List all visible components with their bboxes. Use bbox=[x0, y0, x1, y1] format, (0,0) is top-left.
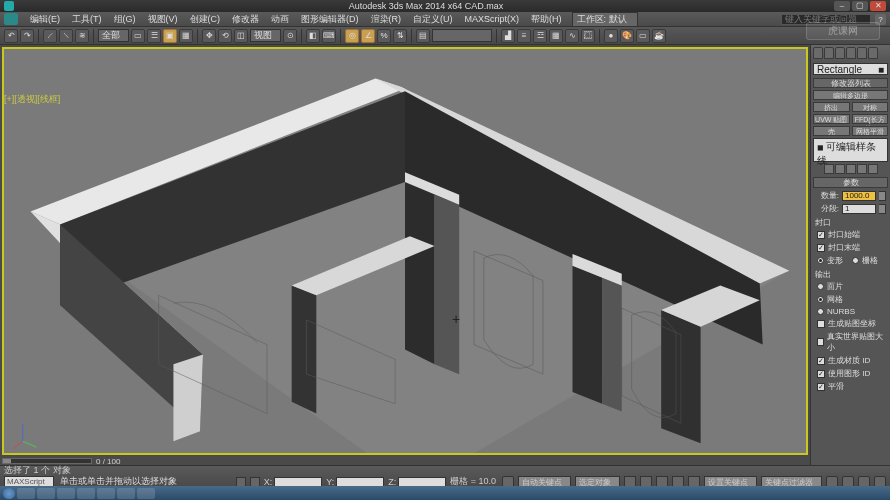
morph-radio[interactable] bbox=[817, 257, 824, 264]
taskbar-app-1[interactable] bbox=[57, 488, 75, 499]
window-crossing-button[interactable]: ▦ bbox=[179, 29, 193, 43]
make-unique-button[interactable] bbox=[846, 164, 856, 174]
gen-matid-checkbox[interactable]: ✓ bbox=[817, 357, 825, 365]
menu-rendering[interactable]: 渲染(R) bbox=[365, 13, 408, 26]
menu-help[interactable]: 帮助(H) bbox=[525, 13, 568, 26]
object-name-field[interactable]: Rectangle■ bbox=[813, 63, 888, 75]
menu-create[interactable]: 创建(C) bbox=[184, 13, 227, 26]
align-button[interactable]: ≡ bbox=[517, 29, 531, 43]
mod-btn-shell[interactable]: 壳 bbox=[813, 126, 850, 136]
mirror-button[interactable]: ▟ bbox=[501, 29, 515, 43]
rendered-frame-button[interactable]: ▭ bbox=[636, 29, 650, 43]
minimize-button[interactable]: – bbox=[834, 1, 850, 11]
absolute-relative-button[interactable] bbox=[250, 477, 260, 487]
output-mesh-radio[interactable] bbox=[817, 296, 824, 303]
help-search-input[interactable] bbox=[781, 14, 871, 25]
spinner-snap-button[interactable]: ⇅ bbox=[393, 29, 407, 43]
hierarchy-tab[interactable] bbox=[835, 47, 845, 59]
snap-toggle-button[interactable]: ◎ bbox=[345, 29, 359, 43]
mod-btn-uvw[interactable]: UVW 贴图 bbox=[813, 114, 850, 124]
material-editor-button[interactable]: ● bbox=[604, 29, 618, 43]
amount-spinner[interactable]: 1000.0 bbox=[842, 191, 876, 201]
menu-group[interactable]: 组(G) bbox=[108, 13, 142, 26]
amount-spin-buttons[interactable] bbox=[879, 191, 886, 201]
menu-graph-editors[interactable]: 图形编辑器(D) bbox=[295, 13, 365, 26]
cap-start-checkbox[interactable]: ✓ bbox=[817, 231, 825, 239]
graphite-ribbon-button[interactable]: ▦ bbox=[549, 29, 563, 43]
display-tab[interactable] bbox=[857, 47, 867, 59]
use-pivot-center-button[interactable]: ⊙ bbox=[283, 29, 297, 43]
percent-snap-button[interactable]: % bbox=[377, 29, 391, 43]
start-button[interactable] bbox=[3, 488, 15, 499]
remove-modifier-button[interactable] bbox=[857, 164, 867, 174]
reference-coord-system[interactable]: 视图 bbox=[250, 29, 281, 42]
unlink-button[interactable]: ⟍ bbox=[59, 29, 73, 43]
segments-spin-buttons[interactable] bbox=[879, 204, 886, 214]
taskbar-folder[interactable] bbox=[37, 488, 55, 499]
select-and-scale-button[interactable]: ◫ bbox=[234, 29, 248, 43]
configure-sets-button[interactable] bbox=[868, 164, 878, 174]
layer-manager-button[interactable]: ☲ bbox=[533, 29, 547, 43]
render-production-button[interactable]: ☕ bbox=[652, 29, 666, 43]
select-and-manipulate-button[interactable]: ◧ bbox=[306, 29, 320, 43]
cap-end-checkbox[interactable]: ✓ bbox=[817, 244, 825, 252]
menu-edit[interactable]: 编辑(E) bbox=[24, 13, 66, 26]
use-shape-id-checkbox[interactable]: ✓ bbox=[817, 370, 825, 378]
select-region-button[interactable]: ▣ bbox=[163, 29, 177, 43]
close-button[interactable]: ✕ bbox=[870, 1, 886, 11]
select-and-rotate-button[interactable]: ⟲ bbox=[218, 29, 232, 43]
select-by-name-button[interactable]: ☰ bbox=[147, 29, 161, 43]
gen-mapping-checkbox[interactable] bbox=[817, 320, 825, 328]
menu-customize[interactable]: 自定义(U) bbox=[407, 13, 459, 26]
named-selection-dropdown[interactable] bbox=[432, 29, 492, 42]
smooth-checkbox[interactable]: ✓ bbox=[817, 383, 825, 391]
render-setup-button[interactable]: 🎨 bbox=[620, 29, 634, 43]
taskbar-explorer[interactable] bbox=[17, 488, 35, 499]
motion-tab[interactable] bbox=[846, 47, 856, 59]
angle-snap-button[interactable]: ∠ bbox=[361, 29, 375, 43]
modifier-stack[interactable]: ◼ 可编辑样条线 bbox=[813, 138, 888, 162]
taskbar-photoshop[interactable] bbox=[97, 488, 115, 499]
keyboard-shortcut-override-button[interactable]: ⌨ bbox=[322, 29, 336, 43]
viewport-label[interactable]: [+][透视][线框] bbox=[4, 93, 60, 106]
selection-lock-button[interactable] bbox=[236, 477, 246, 487]
modify-tab[interactable] bbox=[824, 47, 834, 59]
output-patch-radio[interactable] bbox=[817, 283, 824, 290]
menu-animation[interactable]: 动画 bbox=[265, 13, 295, 26]
real-world-checkbox[interactable] bbox=[817, 338, 824, 346]
application-menu-icon[interactable] bbox=[4, 13, 18, 25]
schematic-view-button[interactable]: ⿴ bbox=[581, 29, 595, 43]
pin-stack-button[interactable] bbox=[824, 164, 834, 174]
select-object-button[interactable]: ▭ bbox=[131, 29, 145, 43]
perspective-viewport[interactable]: + bbox=[2, 47, 808, 455]
link-button[interactable]: ⟋ bbox=[43, 29, 57, 43]
maximize-button[interactable]: ▢ bbox=[852, 1, 868, 11]
output-nurbs-radio[interactable] bbox=[817, 308, 824, 315]
curve-editor-button[interactable]: ∿ bbox=[565, 29, 579, 43]
workspace-selector[interactable]: 工作区: 默认 bbox=[572, 12, 638, 27]
menu-view[interactable]: 视图(V) bbox=[142, 13, 184, 26]
undo-button[interactable]: ↶ bbox=[4, 29, 18, 43]
mod-btn-editpoly[interactable]: 编辑多边形 bbox=[813, 90, 888, 100]
named-selection-sets-button[interactable]: ▤ bbox=[416, 29, 430, 43]
mod-btn-ffd[interactable]: FFD(长方体) bbox=[852, 114, 889, 124]
menu-tools[interactable]: 工具(T) bbox=[66, 13, 108, 26]
menu-modifiers[interactable]: 修改器 bbox=[226, 13, 265, 26]
parameters-rollout[interactable]: 参数 bbox=[813, 177, 888, 188]
taskbar-3dsmax[interactable] bbox=[137, 488, 155, 499]
modifier-list-dropdown[interactable]: 修改器列表 bbox=[813, 78, 888, 88]
show-end-result-button[interactable] bbox=[835, 164, 845, 174]
create-tab[interactable] bbox=[813, 47, 823, 59]
grid-radio[interactable] bbox=[852, 257, 859, 264]
segments-spinner[interactable]: 1 bbox=[842, 204, 876, 214]
help-button[interactable]: ? bbox=[875, 14, 886, 25]
mod-btn-meshsmooth[interactable]: 网格平滑 bbox=[852, 126, 889, 136]
mod-btn-symmetry[interactable]: 对称 bbox=[852, 102, 889, 112]
select-and-move-button[interactable]: ✥ bbox=[202, 29, 216, 43]
bind-space-warp-button[interactable]: ≋ bbox=[75, 29, 89, 43]
menu-maxscript[interactable]: MAXScript(X) bbox=[459, 14, 526, 24]
mod-btn-extrude[interactable]: 挤出 bbox=[813, 102, 850, 112]
taskbar-app-3[interactable] bbox=[117, 488, 135, 499]
utilities-tab[interactable] bbox=[868, 47, 878, 59]
redo-button[interactable]: ↷ bbox=[20, 29, 34, 43]
